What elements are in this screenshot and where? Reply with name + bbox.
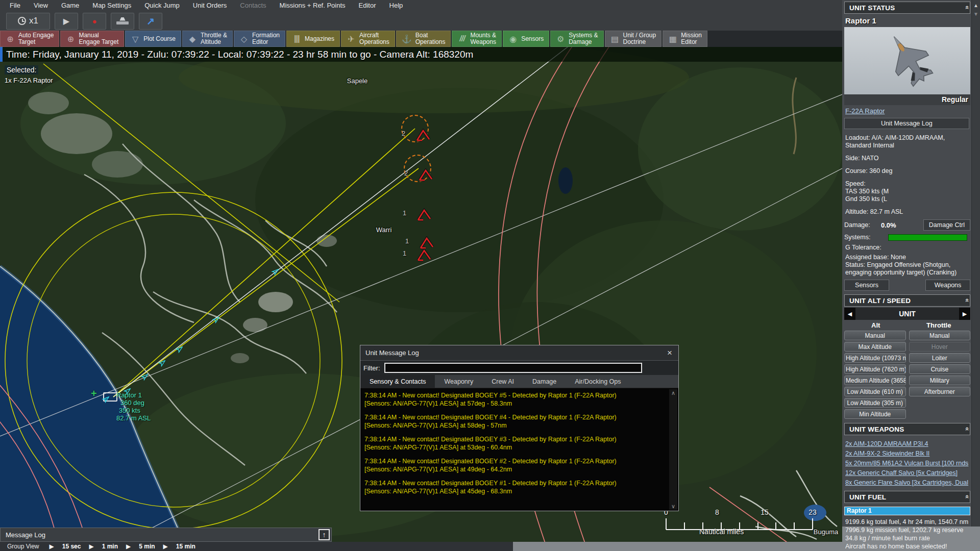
expand-log-button[interactable]: ↑ (318, 529, 330, 540)
throttle-button-manual[interactable]: Manual (909, 331, 971, 340)
step-arrow-icon: ▶ (49, 543, 54, 550)
toolbar-button-throttle-altitude[interactable]: ◆Throttle &Altitude (182, 31, 233, 47)
time-compression-button[interactable]: x1 (6, 13, 50, 30)
toolbar-button-magazines[interactable]: |||Magazines (286, 31, 340, 47)
collapse-icon[interactable]: « (964, 5, 971, 10)
unit-message-log-button[interactable]: Unit Message Log (844, 118, 969, 129)
scroll-up-icon[interactable]: ▲ (972, 3, 980, 8)
menu-item-missions-ref-points[interactable]: Missions + Ref. Points (273, 0, 352, 11)
collapse-icon[interactable]: « (964, 494, 971, 499)
scroll-down-icon[interactable]: ∨ (671, 503, 675, 510)
toolbar-button-auto-engage-target[interactable]: ⊕Auto EngageTarget (0, 31, 59, 47)
message-log-bar[interactable]: Message Log ↑ (0, 528, 332, 542)
menu-item-contacts[interactable]: Contacts (233, 0, 273, 11)
toolbar-button-plot-course[interactable]: ▽Plot Course (125, 31, 181, 47)
main-toolbar: ⊕Auto EngageTarget⊕ManualEngage Target▽P… (0, 31, 842, 47)
toolbar-button-manual-engage-target[interactable]: ⊕ManualEngage Target (60, 31, 124, 47)
next-unit-button[interactable]: ▶ (959, 308, 970, 320)
section-header-unit-status[interactable]: UNIT STATUS « (844, 2, 970, 14)
menu-item-view[interactable]: View (27, 0, 55, 11)
weapon-link[interactable]: 12x Generic Chaff Salvo [5x Cartridges] (845, 468, 970, 478)
throttle-button-loiter[interactable]: Loiter (909, 353, 971, 363)
close-icon[interactable]: × (661, 348, 678, 358)
menu-item-file[interactable]: File (3, 0, 27, 11)
contact-count: 2 (402, 130, 405, 137)
time-step-1-min[interactable]: 1 min (102, 543, 118, 550)
damage-ctrl-button[interactable]: Damage Ctrl (923, 219, 970, 231)
group-view-label[interactable]: Group View (7, 543, 39, 550)
menu-item-game[interactable]: Game (55, 0, 86, 11)
toolbar-button-label: ManualEngage Target (79, 32, 118, 45)
alt-button-high-altitude-7620-m[interactable]: High Altitude (7620 m) (844, 364, 906, 374)
quick-jump-button[interactable]: ↗ (139, 13, 162, 30)
log-message: 7:38:14 AM - New contact! Designated BOG… (364, 413, 666, 430)
filter-input[interactable] (384, 363, 642, 373)
speed-text: Speed: TAS 350 kts (M Gnd 350 kts (L (845, 180, 970, 203)
log-message-line1: 7:38:14 AM - New contact! Designated BOG… (364, 435, 666, 443)
tab-air-docking-ops[interactable]: Air/Docking Ops (566, 375, 630, 388)
recorder-button[interactable] (111, 13, 134, 30)
toolbar-button-formation-editor[interactable]: ◇FormationEditor (234, 31, 285, 47)
section-header-unit-alt-speed[interactable]: UNIT ALT / SPEED « (844, 294, 970, 307)
weapon-link[interactable]: 2x AIM-120D AMRAAM P3I.4 (845, 439, 970, 449)
toolbar-button-label: Systems &Damage (569, 32, 598, 45)
alt-button-low-altitude-305-m[interactable]: Low Altitude (305 m) (844, 398, 906, 408)
menu-item-quick-jump[interactable]: Quick Jump (138, 0, 186, 11)
weapon-link[interactable]: 8x Generic Flare Salvo [3x Cartridges, D… (845, 478, 970, 488)
throttle-button-cruise[interactable]: Cruise (909, 364, 971, 374)
alt-button-max-altitude[interactable]: Max Altitude (844, 342, 906, 352)
sensors-button[interactable]: Sensors (844, 280, 889, 291)
menu-item-editor[interactable]: Editor (352, 0, 383, 11)
loadout-text: Loadout: A/A: AIM-120D AMRAAM, Standard … (845, 134, 970, 149)
alt-button-low-altitude-610-m[interactable]: Low Altitude (610 m) (844, 387, 906, 396)
toolbar-button-mounts-weapons[interactable]: ///Mounts &Weapons (452, 31, 502, 47)
own-unit-symbol[interactable]: + (82, 388, 117, 408)
dialog-title: Unit Message Log (360, 349, 661, 357)
panel-scrollbar[interactable]: ▲ ▼ (971, 0, 980, 527)
alt-button-high-altitude-10973-m[interactable]: High Altitude (10973 m (844, 353, 906, 363)
section-header-unit-fuel[interactable]: UNIT FUEL « (844, 491, 970, 503)
time-step-15-min[interactable]: 15 min (176, 543, 195, 550)
menu-item-map-settings[interactable]: Map Settings (86, 0, 138, 11)
run-simulation-button[interactable]: ▶ (55, 13, 78, 30)
throttle-button-military[interactable]: Military (909, 375, 971, 385)
menu-bar: FileViewGameMap SettingsQuick JumpUnit O… (0, 0, 842, 11)
unit-type-link[interactable]: F-22A Raptor (845, 107, 885, 115)
toolbar-button-sensors[interactable]: ◉Sensors (503, 31, 549, 47)
dialog-scrollbar[interactable]: ∧ ∨ (669, 389, 677, 510)
toolbar-button-boat-operations[interactable]: ⚓BoatOperations (396, 31, 451, 47)
menu-item-help[interactable]: Help (383, 0, 410, 11)
throttle-button-afterburner[interactable]: Afterburner (909, 387, 971, 396)
toolbar-button-unit-group-doctrine[interactable]: ▤Unit / GroupDoctrine (605, 31, 662, 47)
alt-button-medium-altitude-3658[interactable]: Medium Altitude (3658 (844, 375, 906, 385)
alt-button-manual[interactable]: Manual (844, 331, 906, 340)
time-step-5-min[interactable]: 5 min (139, 543, 155, 550)
collapse-icon[interactable]: « (964, 427, 971, 431)
toolbar-button-aircraft-operations[interactable]: ✈AircraftOperations (341, 31, 395, 47)
toolbar-button-label: Throttle &Altitude (201, 32, 227, 45)
tab-weaponry[interactable]: Weaponry (435, 375, 482, 388)
record-button[interactable]: ● (83, 13, 106, 30)
contact-count: 1 (403, 209, 406, 217)
prev-unit-button[interactable]: ◀ (844, 308, 855, 320)
toolbar-button-systems-damage[interactable]: ⚙Systems &Damage (550, 31, 603, 47)
alt-button-min-altitude[interactable]: Min Altitude (844, 409, 906, 419)
menu-item-unit-orders[interactable]: Unit Orders (186, 0, 233, 11)
weapon-link[interactable]: 2x AIM-9X-2 Sidewinder Blk II (845, 449, 970, 459)
weapon-link[interactable]: 5x 20mm/85 M61A2 Vulcan Burst [100 rnds (845, 459, 970, 468)
tab-damage[interactable]: Damage (523, 375, 566, 388)
toolbar-button-mission-editor[interactable]: ▦MissionEditor (663, 31, 707, 47)
section-header-unit-weapons[interactable]: UNIT WEAPONS « (844, 423, 970, 435)
scroll-down-icon[interactable]: ▼ (972, 11, 980, 17)
fuel-selected-row[interactable]: Raptor 1 (844, 507, 970, 515)
boat-icon: ⚓ (402, 34, 412, 44)
engage-claws-icon: ⊕ (66, 34, 75, 44)
dialog-title-bar[interactable]: Unit Message Log × (360, 345, 678, 361)
collapse-icon[interactable]: « (964, 298, 971, 303)
scroll-up-icon[interactable]: ∧ (671, 389, 675, 396)
tab-sensory-contacts[interactable]: Sensory & Contacts (360, 375, 435, 388)
time-step-15-sec[interactable]: 15 sec (62, 543, 81, 550)
weapons-button[interactable]: Weapons (925, 280, 970, 291)
speed-gnd: Gnd 350 kts (L (845, 195, 970, 203)
tab-crew-ai[interactable]: Crew AI (482, 375, 523, 388)
